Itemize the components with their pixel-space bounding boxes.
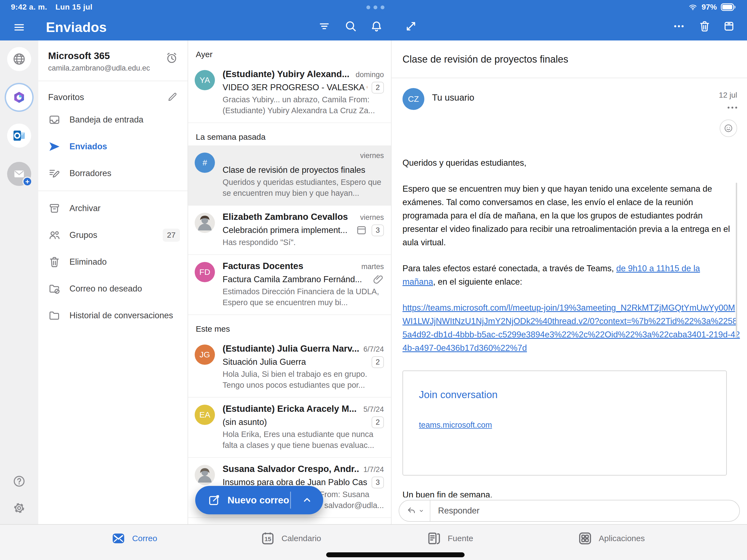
status-time: 9:42 a. m.: [11, 3, 47, 11]
feed-tab-icon: [426, 531, 442, 546]
reaction-smiley-icon[interactable]: [720, 120, 737, 137]
tab-calendar[interactable]: 15 Calendario: [260, 531, 321, 546]
reply-bar: [391, 498, 747, 524]
sidebar-item-drafts[interactable]: Borradores: [38, 160, 187, 187]
thread-count-badge: 2: [371, 82, 384, 94]
avatar: EA: [195, 405, 215, 425]
compose-options-chevron-icon[interactable]: [291, 495, 323, 505]
calendar-tab-icon: 15: [260, 531, 275, 546]
delete-icon[interactable]: [697, 19, 712, 33]
top-header: 9:42 a. m. Lun 15 jul 97%: [0, 0, 747, 41]
divider: [38, 190, 187, 191]
email-row[interactable]: JG (Estudiante) Julia Guerra Narv...6/7/…: [188, 337, 391, 398]
home-indicator[interactable]: [326, 552, 465, 557]
email-row[interactable]: JG (Estudiante) Julia Guerra Narv...1/7/…: [188, 518, 391, 524]
account-name: Microsoft 365: [48, 50, 178, 61]
reply-options-chevron-icon: [418, 508, 424, 514]
body-paragraph: Queridos y queridas estudiantes,: [403, 156, 735, 170]
section-header-lastweek: La semana pasada: [188, 123, 391, 146]
email-row[interactable]: Elizabeth Zambrano Cevallosviernes Celeb…: [188, 206, 391, 255]
sender-name: Tu usuario: [432, 93, 474, 137]
sidebar-item-conversation-history[interactable]: Historial de conversaciones: [38, 302, 187, 329]
avatar-photo: [195, 465, 215, 485]
globe-account-icon[interactable]: [7, 47, 31, 71]
edit-favorites-icon[interactable]: [167, 92, 178, 103]
account-header[interactable]: Microsoft 365 camila.zambrano@udla.edu.e…: [38, 41, 187, 81]
notifications-bell-icon[interactable]: [369, 19, 384, 33]
settings-gear-icon[interactable]: [12, 501, 26, 515]
add-account-icon[interactable]: +: [7, 162, 31, 186]
archive-box-icon[interactable]: [722, 19, 736, 33]
tab-apps[interactable]: Aplicaciones: [577, 531, 645, 546]
thread-count-badge: 3: [371, 477, 384, 488]
page-title: Enviados: [46, 19, 107, 35]
message-more-icon[interactable]: [728, 107, 737, 108]
battery-icon: [721, 3, 736, 11]
search-icon[interactable]: [344, 19, 358, 33]
reply-input[interactable]: [430, 501, 739, 521]
filter-icon[interactable]: [317, 19, 331, 33]
tab-mail[interactable]: Correo: [111, 531, 157, 546]
hamburger-menu-icon[interactable]: [12, 20, 26, 34]
message-header: CZ Tu usuario 12 jul: [391, 78, 747, 137]
thread-count-badge: 3: [371, 225, 384, 236]
reading-pane: Clase de revisión de proyectos finales C…: [391, 41, 747, 524]
scrollbar[interactable]: [736, 183, 737, 337]
message-list: Ayer YA (Estudiante) Yubiry Alexand...do…: [188, 41, 391, 524]
section-header-thismonth: Este mes: [188, 315, 391, 337]
status-date: Lun 15 jul: [55, 3, 93, 11]
link-preview-card[interactable]: Join conversation teams.microsoft.com: [403, 371, 727, 476]
email-row[interactable]: EA (Estudiante) Ericka Aracely M...5/7/2…: [188, 398, 391, 458]
new-mail-button[interactable]: Nuevo correo: [195, 486, 323, 514]
reply-arrow-icon: [407, 506, 416, 515]
calendar-icon: [356, 225, 367, 236]
message-subject: Clase de revisión de proyectos finales: [391, 41, 747, 78]
email-row-selected[interactable]: # viernes Clase de revisión de proyectos…: [188, 146, 391, 206]
outlook-ipad-screen: 9:42 a. m. Lun 15 jul 97%: [0, 0, 747, 560]
expand-icon[interactable]: [404, 19, 418, 33]
avatar: YA: [195, 70, 215, 90]
attachment-paperclip-icon: [372, 274, 384, 285]
sidebar-item-groups[interactable]: Grupos 27: [38, 222, 187, 249]
message-date: 12 jul: [719, 91, 737, 100]
sidebar-item-deleted[interactable]: Eliminado: [38, 249, 187, 275]
message-body: Queridos y queridas estudiantes, Espero …: [391, 137, 747, 502]
card-domain-link[interactable]: teams.microsoft.com: [419, 418, 492, 432]
sender-avatar: CZ: [403, 88, 424, 110]
avatar-photo: [195, 213, 215, 233]
sidebar-item-sent[interactable]: Enviados: [38, 133, 187, 160]
email-row[interactable]: YA (Estudiante) Yubiry Alexand...domingo…: [188, 63, 391, 123]
help-icon[interactable]: [12, 475, 26, 488]
nav-bar: Enviados: [0, 14, 747, 41]
multitasking-dots-icon: [366, 5, 384, 9]
svg-text:15: 15: [264, 536, 271, 542]
groups-count-badge: 27: [163, 229, 180, 242]
thread-count-badge: 2: [371, 356, 384, 368]
sidebar-item-archive[interactable]: Archivar: [38, 195, 187, 222]
plus-badge-icon: +: [22, 177, 32, 186]
body-paragraph: Espero que se encuentren muy bien y que …: [403, 182, 735, 249]
avatar: FD: [195, 262, 215, 282]
compose-icon: [208, 494, 221, 506]
wifi-icon: [688, 3, 698, 11]
sidebar-item-inbox[interactable]: Bandeja de entrada: [38, 106, 187, 133]
account-rail: +: [0, 41, 38, 524]
tab-feed[interactable]: Fuente: [426, 531, 473, 546]
reply-pill[interactable]: [398, 500, 740, 522]
section-header-yesterday: Ayer: [188, 41, 391, 63]
folder-sidebar: Microsoft 365 camila.zambrano@udla.edu.e…: [38, 41, 188, 524]
card-title: Join conversation: [419, 388, 711, 401]
account-email: camila.zambrano@udla.edu.ec: [48, 64, 178, 73]
thread-count-badge: 2: [371, 416, 384, 428]
meeting-url-link[interactable]: https://teams.microsoft.com/l/meetup-joi…: [403, 303, 740, 353]
more-options-icon[interactable]: [672, 19, 686, 33]
sidebar-item-junk[interactable]: Correo no deseado: [38, 275, 187, 302]
avatar: #: [195, 153, 215, 173]
outlook-account-icon[interactable]: [7, 124, 31, 148]
favorites-label: Favoritos: [48, 92, 84, 102]
alarm-clock-icon[interactable]: [165, 51, 178, 65]
avatar: JG: [195, 345, 215, 365]
microsoft365-account-icon[interactable]: [7, 85, 31, 109]
body-paragraph: Para tales efectos estaré conectada, a t…: [403, 262, 735, 288]
email-row[interactable]: FD Facturas Docentesmartes Factura Camil…: [188, 255, 391, 315]
